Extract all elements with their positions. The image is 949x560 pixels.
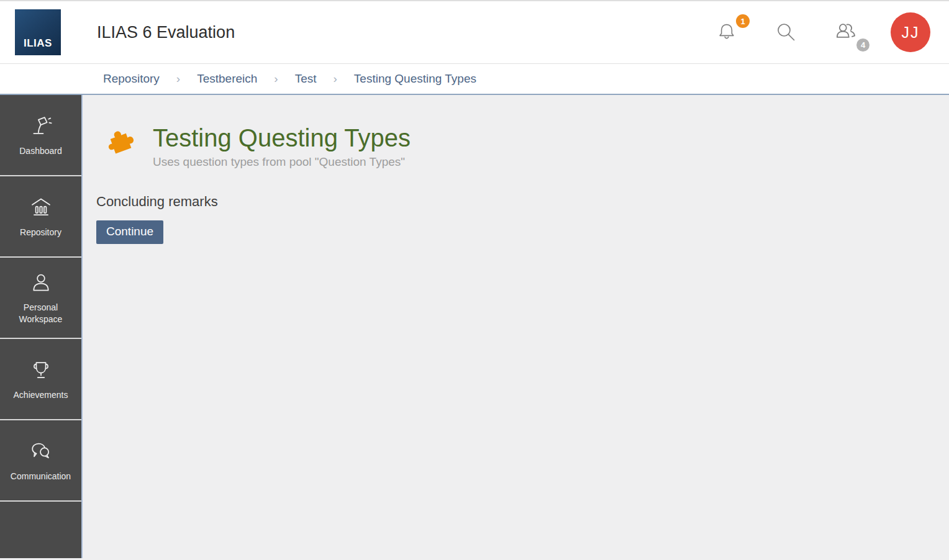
- main-layout: Dashboard Repository Personal Workspace: [0, 95, 949, 558]
- repository-building-icon: [28, 195, 54, 221]
- notifications-button[interactable]: 1: [713, 19, 740, 46]
- page-title: Testing Questing Types: [153, 124, 411, 152]
- sidebar-item-repository[interactable]: Repository: [0, 176, 81, 258]
- breadcrumb-separator-icon: ›: [334, 72, 337, 86]
- trophy-icon: [28, 358, 54, 384]
- sidebar-item-label: Dashboard: [19, 145, 62, 157]
- breadcrumb-item-test[interactable]: Test: [295, 72, 317, 86]
- object-title-texts: Testing Questing Types Uses question typ…: [153, 124, 411, 169]
- search-icon: [774, 20, 799, 45]
- sidebar-item-communication[interactable]: Communication: [0, 420, 81, 502]
- sidebar-item-label: Communication: [11, 471, 71, 482]
- person-icon: [28, 270, 54, 296]
- dashboard-lamp-icon: [28, 114, 54, 140]
- sidebar-item-dashboard[interactable]: Dashboard: [0, 95, 81, 176]
- sidebar-item-achievements[interactable]: Achievements: [0, 339, 81, 420]
- main-header: ILIAS ILIAS 6 Evaluation 1: [0, 1, 949, 64]
- sidebar-item-personal-workspace[interactable]: Personal Workspace: [0, 258, 81, 339]
- breadcrumb-item-testbereich[interactable]: Testbereich: [197, 72, 257, 86]
- bell-icon: [715, 20, 738, 44]
- breadcrumb: Repository › Testbereich › Test › Testin…: [0, 64, 949, 95]
- online-users-badge: 4: [856, 38, 870, 52]
- main-content: Testing Questing Types Uses question typ…: [83, 95, 949, 558]
- online-users-button[interactable]: 4: [832, 19, 860, 46]
- breadcrumb-item-repository[interactable]: Repository: [103, 72, 160, 86]
- puzzle-piece-icon: [104, 125, 135, 156]
- page-subtitle: Uses question types from pool "Question …: [153, 155, 411, 169]
- object-title-block: Testing Questing Types Uses question typ…: [104, 124, 949, 169]
- breadcrumb-separator-icon: ›: [274, 72, 278, 86]
- sidebar-item-label: Personal Workspace: [4, 302, 78, 325]
- users-icon: [833, 19, 859, 45]
- app-title: ILIAS 6 Evaluation: [97, 23, 235, 42]
- ilias-logo-text: ILIAS: [24, 37, 52, 50]
- ilias-logo[interactable]: ILIAS: [15, 9, 61, 55]
- breadcrumb-item-current[interactable]: Testing Questing Types: [354, 72, 476, 86]
- notification-badge: 1: [736, 14, 750, 28]
- sidebar-item-label: Repository: [20, 227, 61, 238]
- concluding-remarks-label: Concluding remarks: [96, 194, 949, 210]
- user-avatar[interactable]: JJ: [891, 12, 930, 52]
- sidebar-item-label: Achievements: [14, 389, 68, 401]
- search-button[interactable]: [773, 19, 800, 46]
- continue-button[interactable]: Continue: [96, 220, 163, 244]
- header-actions: 1 4 JJ: [713, 12, 930, 52]
- sidebar-filler: [0, 502, 81, 558]
- speech-bubbles-icon: [28, 439, 54, 465]
- main-sidebar: Dashboard Repository Personal Workspace: [0, 95, 83, 558]
- avatar-initials: JJ: [902, 24, 920, 42]
- breadcrumb-separator-icon: ›: [176, 72, 180, 86]
